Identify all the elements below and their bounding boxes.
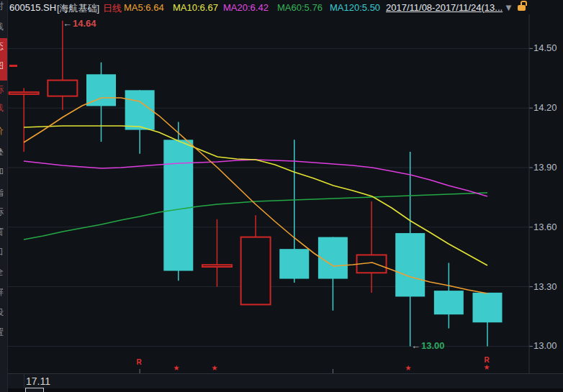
bottom-strip (0, 388, 563, 392)
sidebar-item-fragment[interactable]: 标 (0, 207, 4, 216)
ma-indicator-label: MA120:5.50 (330, 2, 380, 13)
candle-body[interactable] (86, 74, 116, 106)
date-range[interactable]: 2017/11/08-2017/11/24(13... (386, 2, 503, 13)
candle-body[interactable] (241, 237, 271, 305)
left-sidebar-menu[interactable]: 时线态图标线价叠加指标窗口全屏设置 (0, 0, 8, 392)
sidebar-item-fragment[interactable]: 线 (0, 104, 4, 112)
partial-candle-mark (9, 65, 17, 67)
y-axis-label: 13.90 (533, 162, 562, 173)
stock-name: [海航基础] (57, 2, 99, 15)
candle-body[interactable] (395, 233, 425, 296)
sidebar-item-fragment[interactable]: 图 (0, 61, 4, 70)
candle-body[interactable] (318, 237, 348, 279)
sidebar-item-fragment[interactable]: 态 (0, 42, 4, 50)
left-arrow-icon: ← (63, 18, 72, 29)
candle-body[interactable] (279, 249, 309, 278)
ma-indicator-label: MA60:5.76 (277, 2, 323, 13)
annotation-value: 13.00 (421, 340, 445, 351)
candle-body[interactable] (434, 291, 464, 314)
restricted-marker: R (136, 359, 141, 366)
ma-indicator-label: MA10:6.67 (173, 2, 218, 13)
y-axis-label: 13.00 (533, 340, 562, 351)
sidebar-item-fragment[interactable]: 屏 (0, 288, 4, 296)
sidebar-item-fragment[interactable]: 置 (0, 328, 4, 337)
chart-header: 600515.SH [海航基础] 日线 2017/11/08-2017/11/2… (8, 0, 563, 14)
candle-body[interactable] (48, 81, 77, 96)
candle-body[interactable] (9, 92, 39, 94)
sidebar-item-fragment[interactable]: 时 (0, 1, 4, 10)
left-arrow-icon: ← (411, 340, 420, 351)
star-marker: ★ (212, 365, 218, 372)
star-marker: ★ (484, 364, 490, 371)
status-value: 17.11 (26, 375, 50, 387)
sidebar-item-fragment[interactable]: 指 (0, 188, 4, 197)
ma-indicator-label: MA5:6.64 (124, 2, 164, 13)
y-axis-label: 13.60 (533, 222, 562, 232)
ma-indicator-label: MA20:6.42 (223, 2, 269, 13)
clipped-button[interactable] (25, 388, 44, 392)
status-bar: 17.11 (0, 373, 563, 388)
period-label[interactable]: 日线 (103, 2, 122, 15)
chevron-down-icon[interactable]: ▼ (504, 2, 513, 13)
unlock-icon[interactable] (518, 5, 526, 11)
candle-body[interactable] (125, 90, 155, 129)
y-axis-label: 14.50 (533, 42, 562, 53)
star-marker: ★ (405, 365, 412, 372)
sidebar-item-fragment[interactable]: 加 (0, 167, 4, 176)
candle-body[interactable] (163, 140, 193, 270)
y-axis-label: 14.20 (533, 102, 562, 113)
sidebar-item-fragment[interactable]: 叠 (0, 147, 4, 156)
ma-line-ma20 (24, 160, 487, 196)
stock-symbol: 600515.SH (9, 2, 56, 13)
price-annotation: ←13.00 (411, 340, 445, 351)
annotation-value: 14.64 (73, 18, 96, 29)
sidebar-item-fragment[interactable]: 全 (0, 268, 4, 276)
candle-body[interactable] (473, 293, 503, 322)
star-marker: ★ (174, 365, 180, 372)
candle-body[interactable] (202, 265, 232, 267)
sidebar-item-fragment[interactable]: 价 (0, 127, 4, 135)
candlestick-chart[interactable] (0, 0, 563, 392)
y-axis-label: 13.30 (533, 281, 562, 292)
sidebar-item-fragment[interactable]: 设 (0, 308, 4, 316)
sidebar-item-fragment[interactable]: 标 (0, 85, 4, 94)
price-annotation: ←14.64 (63, 18, 96, 29)
sidebar-item-fragment[interactable]: 线 (0, 22, 4, 31)
sidebar-item-fragment[interactable]: 窗 (0, 227, 4, 236)
stock-chart-app: 时线态图标线价叠加指标窗口全屏设置 600515.SH [海航基础] 日线 20… (0, 0, 563, 392)
sidebar-item-fragment[interactable]: 口 (0, 247, 4, 256)
